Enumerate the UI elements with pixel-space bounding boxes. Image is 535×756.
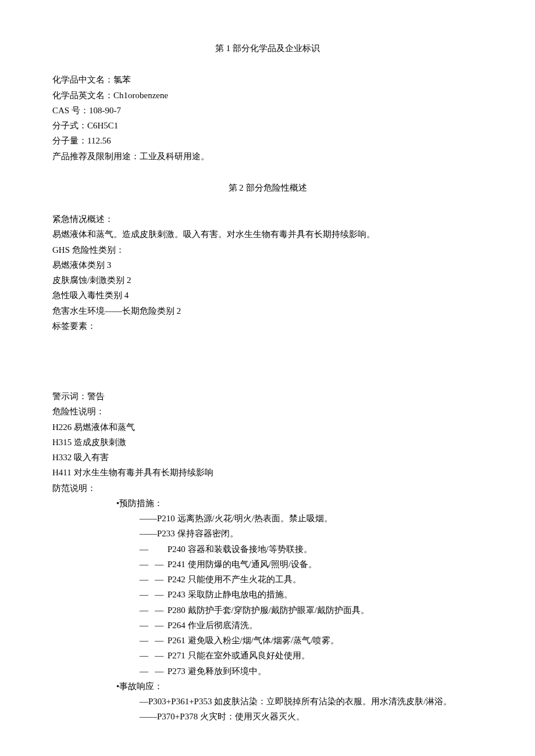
ghs-category-item: 危害水生环境——长期危险类别 2 [52,303,483,318]
section2-title: 第 2 部分危险性概述 [52,180,483,195]
prevention-text: P261 避免吸入粉尘/烟/气体/烟雾/蒸气/喷雾。 [167,636,339,645]
dash-prefix: — — [140,587,167,602]
ghs-category-item: 易燃液体类别 3 [52,257,483,273]
dash-prefix: — [140,542,167,557]
prevention-text: P233 保持容器密闭。 [157,529,238,538]
pictogram-placeholder [52,334,483,389]
prevention-item: — —P271 只能在室外或通风良好处使用。 [52,648,483,663]
prevention-item: — —P243 采取防止静电放电的措施。 [52,587,483,602]
ghs-category-item: 急性吸入毒性类别 4 [52,288,483,303]
hazard-statement-item: H411 对水生生物有毒并具有长期持续影响 [52,465,483,480]
signal-word: 警示词：警告 [52,389,483,404]
prevention-text: P210 远离热源/火花/明火/热表面。禁止吸烟。 [157,514,333,523]
prevention-text: P271 只能在室外或通风良好处使用。 [167,651,310,660]
field-molecular-formula: 分子式：C6H5C1 [52,118,483,133]
dash-prefix: — — [140,633,167,648]
response-text: P303+P361+P353 如皮肤沾染：立即脱掉所有沾染的衣服。用水清洗皮肤/… [148,697,452,706]
field-cas-number: CAS 号：108-90-7 [52,103,483,118]
prevention-item: — —P261 避免吸入粉尘/烟/气体/烟雾/蒸气/喷雾。 [52,633,483,648]
dash-prefix: — [140,697,148,706]
field-recommended-use: 产品推荐及限制用途：工业及科研用途。 [52,149,483,164]
field-chinese-name: 化学品中文名：氯苯 [52,72,483,87]
hazard-statement-item: H226 易燃液体和蒸气 [52,420,483,435]
emergency-overview-label: 紧急情况概述： [52,212,483,227]
dash-prefix: — — [140,648,167,663]
prevention-item: —P240 容器和装载设备接地/等势联接。 [52,542,483,557]
field-english-name: 化学品英文名：Ch1orobenzene [52,88,483,103]
prevention-item: — —P242 只能使用不产生火花的工具。 [52,572,483,587]
prevention-text: P243 采取防止静电放电的措施。 [167,590,293,599]
ghs-classification-label: GHS 危险性类别： [52,242,483,257]
ghs-category-item: 皮肤腐蚀/刺激类别 2 [52,273,483,288]
dash-prefix: — — [140,603,167,618]
prevention-text: P242 只能使用不产生火花的工具。 [167,575,301,584]
section1-title: 第 1 部分化学品及企业标识 [52,41,483,56]
prevention-item: — —P280 戴防护手套/穿防护服/戴防护眼罩/戴防护面具。 [52,603,483,618]
precautionary-label: 防范说明： [52,481,483,496]
response-item: —P303+P361+P353 如皮肤沾染：立即脱掉所有沾染的衣服。用水清洗皮肤… [52,694,483,709]
dash-prefix: — — [140,618,167,633]
hazard-statements-label: 危险性说明： [52,404,483,419]
emergency-overview-text: 易燃液体和蒸气。造成皮肤刺激。吸入有害。对水生生物有毒并具有长期持续影响。 [52,227,483,242]
prevention-item: — —P264 作业后彻底清洗。 [52,618,483,633]
prevention-text: P280 戴防护手套/穿防护服/戴防护眼罩/戴防护面具。 [167,605,369,615]
dash-prefix: —— [140,712,157,721]
hazard-statement-item: H332 吸入有害 [52,450,483,465]
prevention-item: — —P241 使用防爆的电气/通风/照明/设备。 [52,557,483,572]
response-label: •事故响应： [52,679,483,694]
response-text: P370+P378 火灾时：使用灭火器灭火。 [157,712,305,721]
dash-prefix: —— [140,514,157,523]
prevention-text: P273 避免释放到环境中。 [167,667,266,676]
prevention-label: •预防措施： [52,496,483,511]
dash-prefix: — — [140,572,167,587]
sds-page: 第 1 部分化学品及企业标识 化学品中文名：氯苯 化学品英文名：Ch1orobe… [0,0,535,756]
dash-prefix: —— [140,529,157,538]
prevention-item: ——P210 远离热源/火花/明火/热表面。禁止吸烟。 [52,511,483,526]
dash-prefix: — — [140,664,167,679]
prevention-text: P241 使用防爆的电气/通风/照明/设备。 [167,560,317,569]
label-elements-label: 标签要素： [52,318,483,334]
hazard-statement-item: H315 造成皮肤刺激 [52,435,483,450]
response-item: ——P370+P378 火灾时：使用灭火器灭火。 [52,709,483,724]
prevention-item: — —P273 避免释放到环境中。 [52,664,483,679]
field-molecular-weight: 分子量：112.56 [52,133,483,148]
prevention-text: P264 作业后彻底清洗。 [167,621,258,630]
prevention-item: ——P233 保持容器密闭。 [52,526,483,541]
dash-prefix: — — [140,557,167,572]
prevention-text: P240 容器和装载设备接地/等势联接。 [167,544,312,554]
